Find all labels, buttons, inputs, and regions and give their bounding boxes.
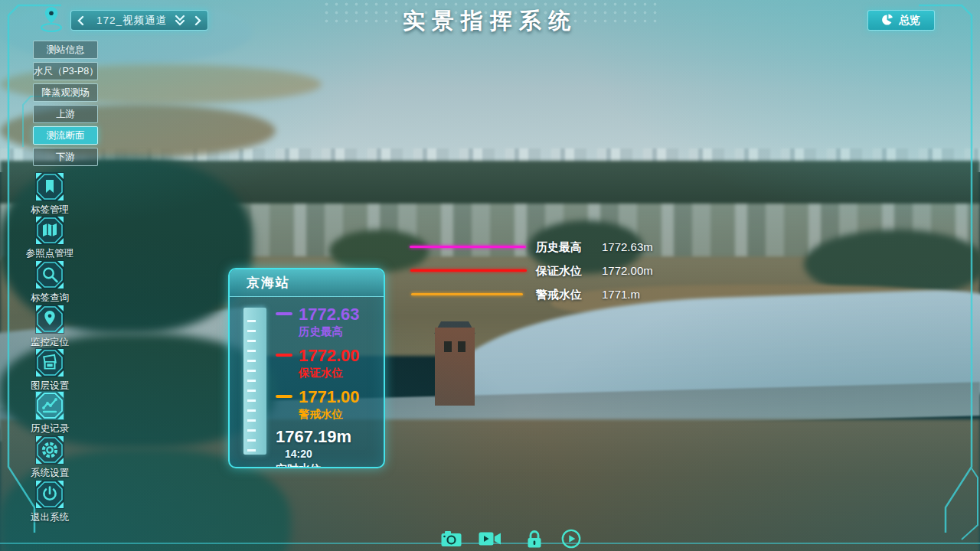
level-dash <box>276 354 292 357</box>
marker-text-guarantee: 保证水位1772.00m <box>536 263 653 279</box>
app: 实景指挥系统 172_视频通道 总览 <box>0 0 980 551</box>
gear-icon <box>34 435 65 465</box>
tool-system-settings[interactable]: 系统设置 <box>19 435 80 480</box>
station-panel-title: 京海站 <box>230 269 384 297</box>
tool-exit-system[interactable]: 退出系统 <box>19 479 80 524</box>
tool-label: 标签查询 <box>19 292 80 305</box>
tool-label: 历史记录 <box>19 422 80 435</box>
overview-button-label: 总览 <box>899 14 920 28</box>
sidebar-item-downstream[interactable]: 下游 <box>33 148 98 166</box>
teal-tint-overlay <box>0 0 980 551</box>
tool-label: 系统设置 <box>19 467 80 480</box>
tool-tag-query[interactable]: 标签查询 <box>19 259 80 305</box>
marker-text-history-high: 历史最高1772.63m <box>536 240 653 255</box>
channel-selector: 172_视频通道 <box>70 10 208 31</box>
marker-line-warning <box>411 293 523 295</box>
tool-label: 退出系统 <box>19 511 80 524</box>
marker-label: 警戒水位 <box>536 288 582 301</box>
location-pin-icon <box>34 304 65 334</box>
level-dash <box>276 395 292 398</box>
level-row-warning: 1771.00 警戒水位 <box>276 387 360 422</box>
tool-tag-management[interactable]: 标签管理 <box>19 171 80 217</box>
realtime-label: 实时水位 <box>276 462 384 468</box>
level-value: 1772.63 <box>299 305 360 324</box>
level-label: 保证水位 <box>299 366 360 380</box>
level-value: 1771.00 <box>299 387 360 406</box>
sidebar-item-flow-section[interactable]: 测流断面 <box>33 126 98 145</box>
pie-chart-icon <box>882 14 893 28</box>
tool-label: 参照点管理 <box>19 247 80 260</box>
sidebar-item-upstream[interactable]: 上游 <box>33 105 98 123</box>
marker-text-warning: 警戒水位1771.m <box>536 287 640 302</box>
sidebar-item-station-info[interactable]: 测站信息 <box>33 41 98 59</box>
realtime-level-row: 1767.19m 14:20 实时水位 <box>276 427 384 468</box>
map-icon <box>34 215 65 246</box>
level-label: 警戒水位 <box>299 407 360 422</box>
marker-label: 保证水位 <box>536 264 582 277</box>
search-icon <box>34 259 65 290</box>
level-value: 1772.00 <box>299 346 360 365</box>
station-panel: 京海站 1772.63 历史最高 1772.00 保证水位 1771.00 警戒… <box>228 268 385 468</box>
channel-dropdown-chevron-icon[interactable] <box>172 11 188 30</box>
level-dash <box>276 312 292 315</box>
marker-value: 1771.m <box>602 288 640 301</box>
bookmark-icon <box>34 171 65 202</box>
camera-icon <box>441 530 462 547</box>
overview-button[interactable]: 总览 <box>867 10 935 31</box>
level-row-guarantee: 1772.00 保证水位 <box>276 346 360 380</box>
power-icon <box>34 479 65 510</box>
sidebar-item-evaporation-site[interactable]: 降蒸观测场 <box>33 83 98 102</box>
channel-next-button[interactable] <box>188 11 207 30</box>
video-camera-icon <box>479 531 501 546</box>
video-feed <box>0 0 980 551</box>
play-button[interactable] <box>559 528 583 549</box>
realtime-value: 1767.19m <box>276 427 351 447</box>
marker-line-guarantee <box>410 269 527 272</box>
record-button[interactable] <box>478 528 502 549</box>
history-chart-icon <box>34 390 65 421</box>
tool-monitor-positioning[interactable]: 监控定位 <box>19 304 80 349</box>
channel-name: 172_视频通道 <box>91 14 172 28</box>
sidebar-item-water-ruler[interactable]: 水尺（P3-P8） <box>33 62 98 80</box>
location-marker-icon[interactable] <box>35 5 67 34</box>
realtime-time: 14:20 <box>285 448 312 460</box>
snapshot-button[interactable] <box>439 528 463 549</box>
layers-icon <box>34 347 65 378</box>
play-icon <box>561 529 581 549</box>
marker-line-history-high <box>410 246 526 248</box>
lock-button[interactable] <box>522 528 547 549</box>
level-row-history-high: 1772.63 历史最高 <box>276 305 360 339</box>
tool-history[interactable]: 历史记录 <box>19 390 80 435</box>
level-label: 历史最高 <box>299 324 360 339</box>
water-level-ruler <box>243 308 266 455</box>
marker-label: 历史最高 <box>536 240 582 253</box>
tool-layer-settings[interactable]: 图层设置 <box>19 347 80 393</box>
tool-reference-points[interactable]: 参照点管理 <box>19 215 80 260</box>
marker-value: 1772.63m <box>602 240 653 253</box>
marker-value: 1772.00m <box>602 264 653 277</box>
lock-icon <box>526 530 543 549</box>
channel-prev-button[interactable] <box>71 11 91 30</box>
